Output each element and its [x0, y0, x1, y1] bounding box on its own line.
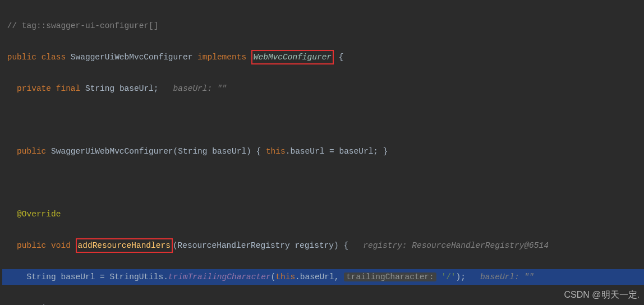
code-editor[interactable]: // tag::swagger-ui-configurer[] public c… — [0, 0, 644, 305]
code-line: private final String baseUrl; baseUrl: "… — [2, 81, 644, 96]
code-line — [2, 112, 644, 128]
code-line: public class SwaggerUiWebMvcConfigurer i… — [2, 49, 644, 65]
code-line-highlighted: String baseUrl = StringUtils.trimTrailin… — [2, 269, 644, 285]
highlight-box: addResourceHandlers — [76, 238, 173, 253]
highlight-box: WebMvcConfigurer — [251, 50, 334, 64]
code-line: @Override — [2, 206, 644, 222]
watermark: CSDN @明天一定. — [564, 287, 640, 303]
code-line: public SwaggerUiWebMvcConfigurer(String … — [2, 144, 644, 159]
code-line: registry. — [2, 301, 644, 305]
code-line: // tag::swagger-ui-configurer[] — [2, 18, 644, 34]
param-hint: trailingCharacter: — [344, 272, 436, 281]
code-line — [2, 175, 644, 191]
code-line: public void addResourceHandlers(Resource… — [2, 238, 644, 253]
